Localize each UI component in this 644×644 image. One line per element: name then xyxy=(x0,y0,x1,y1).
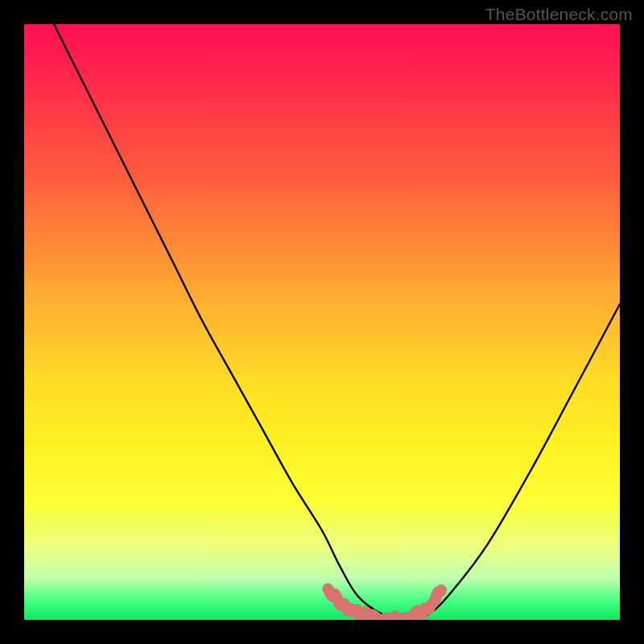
bottleneck-curve xyxy=(54,24,620,620)
watermark-label: TheBottleneck.com xyxy=(485,5,633,24)
chart-frame: TheBottleneck.com xyxy=(0,0,644,644)
curve-layer xyxy=(24,24,620,620)
plot-area xyxy=(24,24,620,620)
bottom-band xyxy=(328,589,441,620)
